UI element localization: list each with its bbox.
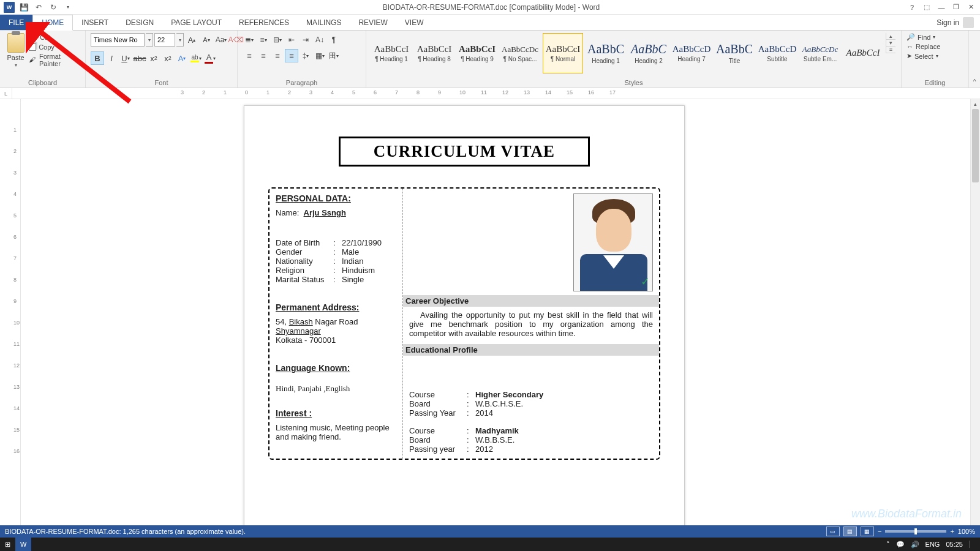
paste-button[interactable]: Paste ▾ [5, 33, 26, 68]
strikethrough-button[interactable]: abc [133, 51, 146, 65]
start-button[interactable]: ⊞ [0, 538, 15, 551]
cut-label: Cut [40, 34, 50, 41]
ribbon-display-icon[interactable]: ⬚ [920, 2, 933, 13]
sign-in[interactable]: Sign in [930, 15, 980, 30]
minimize-icon[interactable]: — [935, 2, 948, 13]
change-case-button[interactable]: Aa▾ [214, 33, 228, 47]
help-icon[interactable]: ? [905, 2, 919, 13]
chevron-down-icon[interactable]: ▾ [146, 33, 153, 47]
font-size-combobox[interactable]: 22 [154, 33, 175, 47]
copy-button[interactable]: Copy [29, 43, 80, 51]
vertical-ruler[interactable]: 12345678910111213141516 [11, 99, 21, 533]
style-item-3[interactable]: AaBbCcDc¶ No Spac... [500, 33, 540, 73]
zoom-value[interactable]: 100% [958, 528, 975, 535]
style-item-11[interactable]: AaBbCcI [843, 33, 883, 73]
tray-up-icon[interactable]: ˄ [886, 541, 890, 549]
paragraph-group-label: Paragraph [243, 78, 361, 86]
print-layout-icon[interactable]: ▤ [843, 527, 857, 536]
justify-button[interactable]: ≡ [285, 49, 298, 62]
multilevel-button[interactable]: ⊟▾ [271, 33, 284, 47]
sort-button[interactable]: A↓ [313, 33, 326, 47]
style-item-9[interactable]: AaBbCcDSubtitle [757, 33, 797, 73]
close-icon[interactable]: ✕ [964, 2, 978, 13]
zoom-in-icon[interactable]: + [950, 528, 954, 535]
document-viewport[interactable]: 12345678910111213141516 CURRICULUM VITAE… [11, 99, 970, 533]
format-painter-button[interactable]: Format Painter [29, 53, 80, 67]
format-painter-label: Format Painter [39, 53, 80, 67]
clock[interactable]: 05:25 [946, 541, 963, 548]
superscript-button[interactable]: x2 [161, 51, 175, 65]
font-color-button[interactable]: A▾ [203, 51, 217, 65]
horizontal-ruler[interactable]: 32101234567891011121314151617 [12, 88, 980, 99]
style-item-5[interactable]: AaBbCHeading 1 [586, 33, 626, 73]
bold-button[interactable]: B [91, 51, 104, 65]
bullets-button[interactable]: ≣▾ [243, 33, 256, 47]
numbering-button[interactable]: ≡▾ [257, 33, 270, 47]
show-desktop[interactable] [969, 541, 975, 548]
tab-references[interactable]: REFERENCES [230, 15, 298, 30]
show-marks-button[interactable]: ¶ [327, 33, 341, 47]
undo-icon[interactable]: ↶ [33, 2, 44, 13]
cut-button[interactable]: Cut [29, 33, 80, 42]
increase-indent-button[interactable]: ⇥ [299, 33, 312, 47]
underline-button[interactable]: U▾ [119, 51, 132, 65]
shading-button[interactable]: ▦▾ [313, 49, 326, 62]
status-left[interactable]: BIODATA-OR-RESUME-FORMAT.doc: 1,265 char… [5, 528, 246, 535]
align-right-button[interactable]: ≡ [271, 49, 284, 62]
pager-status-bar: BIODATA-OR-RESUME-FORMAT.doc: 1,265 char… [0, 525, 980, 538]
vertical-scrollbar[interactable]: ▴ ▾ [970, 99, 980, 533]
language-indicator[interactable]: ENG [925, 541, 940, 548]
grow-font-button[interactable]: A▴ [185, 33, 198, 47]
web-layout-icon[interactable]: ▦ [861, 527, 874, 536]
tab-file[interactable]: FILE [0, 15, 32, 30]
user-avatar-icon [963, 17, 974, 28]
tab-home[interactable]: HOME [32, 15, 73, 31]
paste-icon [7, 33, 24, 53]
style-item-7[interactable]: AaBbCcDHeading 7 [671, 33, 712, 73]
action-center-icon[interactable]: 💬 [896, 541, 905, 549]
volume-icon[interactable]: 🔊 [911, 541, 919, 549]
qat-customize-icon[interactable]: ▾ [62, 2, 74, 13]
align-center-button[interactable]: ≡ [257, 49, 270, 62]
style-item-0[interactable]: AaBbCcI¶ Heading 1 [371, 33, 412, 73]
font-name-combobox[interactable]: Times New Ro [91, 33, 145, 47]
line-spacing-button[interactable]: ‡▾ [299, 49, 312, 62]
save-icon[interactable]: 💾 [18, 2, 29, 13]
tab-page-layout[interactable]: PAGE LAYOUT [162, 15, 230, 30]
scroll-thumb[interactable] [972, 109, 979, 182]
tab-mailings[interactable]: MAILINGS [298, 15, 350, 30]
read-mode-icon[interactable]: ▭ [826, 527, 840, 536]
text-effects-button[interactable]: A▾ [175, 51, 189, 65]
find-button[interactable]: 🔎Find▾ [907, 33, 935, 41]
highlight-button[interactable]: ab▾ [189, 51, 203, 65]
tab-design[interactable]: DESIGN [117, 15, 162, 30]
subscript-button[interactable]: x2 [147, 51, 160, 65]
tab-insert[interactable]: INSERT [73, 15, 117, 30]
collapse-ribbon-icon[interactable]: ^ [973, 78, 976, 85]
chevron-down-icon[interactable]: ▾ [176, 33, 184, 47]
align-left-button[interactable]: ≡ [243, 49, 256, 62]
style-item-8[interactable]: AaBbCTitle [714, 33, 755, 73]
style-item-1[interactable]: AaBbCcI¶ Heading 8 [414, 33, 454, 73]
select-button[interactable]: ➤Select▾ [907, 52, 938, 60]
scroll-up-icon[interactable]: ▴ [971, 99, 980, 109]
tab-selector[interactable]: L [0, 88, 12, 99]
borders-button[interactable]: 田▾ [327, 49, 341, 62]
dob-value: 22/10/1990 [342, 238, 382, 247]
italic-button[interactable]: I [105, 51, 118, 65]
taskbar-word-icon[interactable]: W [15, 538, 31, 551]
zoom-slider[interactable] [885, 530, 946, 533]
style-item-2[interactable]: AaBbCcI¶ Heading 9 [457, 33, 497, 73]
style-item-4[interactable]: AaBbCcI¶ Normal [543, 33, 583, 73]
styles-scroll[interactable]: ▴▾≡ [886, 33, 895, 53]
redo-icon[interactable]: ↻ [48, 2, 59, 13]
style-item-6[interactable]: AaBbCHeading 2 [628, 33, 669, 73]
style-item-10[interactable]: AaBbCcDcSubtle Em... [800, 33, 840, 73]
zoom-out-icon[interactable]: − [878, 528, 881, 535]
replace-button[interactable]: ↔Replace [907, 43, 940, 50]
tab-review[interactable]: REVIEW [350, 15, 396, 30]
shrink-font-button[interactable]: A▾ [200, 33, 213, 47]
decrease-indent-button[interactable]: ⇤ [285, 33, 298, 47]
tab-view[interactable]: VIEW [396, 15, 432, 30]
restore-icon[interactable]: ❐ [949, 2, 963, 13]
